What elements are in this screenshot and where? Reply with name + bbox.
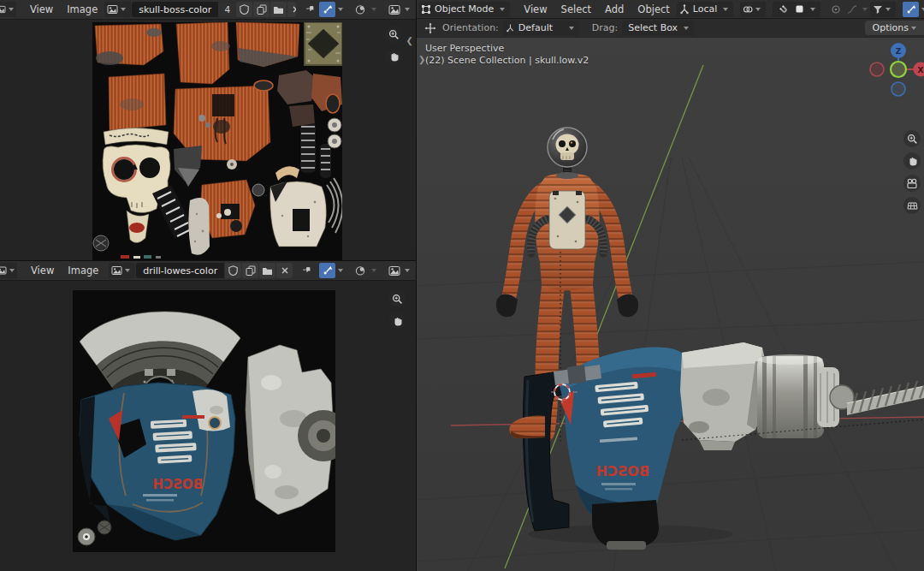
editor-type-button[interactable]: [0, 2, 16, 17]
pan-view-button[interactable]: [903, 152, 921, 170]
image-editor-icon: [0, 265, 7, 276]
drag-mode-dropdown[interactable]: Select Box: [622, 21, 694, 36]
browse-image-button[interactable]: [104, 2, 131, 17]
display-channels-button[interactable]: [386, 2, 402, 17]
close-icon: [281, 266, 289, 275]
gizmo-arrow-icon: [323, 265, 333, 276]
magnifier-icon: [907, 134, 918, 145]
gizmo-z-neg-axis[interactable]: [891, 82, 905, 96]
close-icon: [292, 5, 296, 14]
drill-texture-canvas[interactable]: BOSCH: [73, 290, 335, 552]
editor-type-button[interactable]: [0, 263, 17, 278]
menu-image[interactable]: Image: [60, 3, 104, 16]
gizmos-toggle[interactable]: [319, 2, 335, 17]
overlays-toggle[interactable]: [352, 263, 369, 278]
menu-view[interactable]: View: [517, 3, 554, 16]
snap-toggle[interactable]: [775, 2, 791, 17]
viewport-canvas[interactable]: BOSCH: [417, 38, 924, 571]
image-editor-icon: [0, 4, 6, 15]
grid-icon: [907, 200, 918, 211]
menu-object[interactable]: Object: [631, 3, 676, 16]
browse-image-chevron: [125, 269, 130, 272]
gizmo-x-neg-axis[interactable]: [870, 62, 884, 76]
pan-tool-button[interactable]: [385, 48, 402, 65]
display-channels-chevron[interactable]: [405, 8, 410, 11]
orientation-axes-icon: [679, 4, 690, 15]
camera-view-button[interactable]: [903, 175, 921, 192]
navigation-gizmo[interactable]: Z X: [864, 38, 924, 103]
fake-user-shield-button[interactable]: [225, 263, 241, 278]
overlays-chevron[interactable]: [371, 8, 376, 11]
menu-select[interactable]: Select: [554, 3, 598, 16]
falloff-chevron[interactable]: [862, 8, 868, 11]
editor-type-chevron: [9, 8, 14, 11]
transform-orientation-dropdown[interactable]: Local: [677, 2, 734, 17]
options-button[interactable]: Options: [865, 21, 924, 35]
svg-text:X: X: [918, 66, 924, 74]
mode-chevron: [500, 8, 505, 11]
gizmos-chevron[interactable]: [338, 269, 343, 272]
visibility-dropdown[interactable]: [870, 2, 896, 17]
camera-icon: [906, 178, 918, 189]
tool-orientation-dropdown[interactable]: Default: [503, 21, 579, 36]
fake-user-shield-button[interactable]: [236, 2, 252, 17]
pin-icon: [302, 265, 313, 277]
orthographic-toggle-button[interactable]: [903, 197, 921, 214]
menu-add[interactable]: Add: [598, 3, 631, 16]
drag-label: Drag:: [588, 22, 622, 33]
unlink-image-button[interactable]: [287, 2, 296, 17]
skull-texture-canvas[interactable]: [92, 22, 342, 260]
overlays-toggle[interactable]: [352, 2, 369, 17]
bosch-logo-mirrored: BOSCH: [596, 463, 649, 479]
gizmos-toggle[interactable]: [319, 263, 335, 278]
magnifier-icon: [388, 29, 400, 40]
proportional-editing-toggle[interactable]: [827, 2, 844, 17]
image-name-field[interactable]: drill-lowes-color: [136, 263, 224, 278]
menu-view[interactable]: View: [23, 3, 60, 16]
new-image-button[interactable]: [242, 263, 258, 278]
open-image-button[interactable]: [259, 263, 275, 278]
image-users-count-button[interactable]: 4: [219, 2, 235, 17]
pivot-point-dropdown[interactable]: [740, 2, 766, 17]
pan-tool-button[interactable]: [388, 312, 406, 330]
gizmo-y-axis-active[interactable]: [891, 62, 906, 77]
display-channels-icon: [388, 265, 400, 277]
snap-target-face[interactable]: [791, 2, 808, 17]
unlink-image-button[interactable]: [276, 263, 293, 278]
image-editor-top: View Image skull-boss-color 4: [0, 0, 416, 260]
shield-icon: [228, 265, 238, 276]
view-perspective-label: User Perspective: [425, 43, 589, 55]
tool-orientation-chevron: [569, 27, 574, 30]
menu-image[interactable]: Image: [61, 264, 105, 277]
browse-image-chevron: [121, 8, 126, 11]
active-object-breadcrumb: (22) Scene Collection | skull.low.v2: [425, 55, 589, 67]
pin-image-button[interactable]: [303, 2, 319, 17]
gizmos-toggle[interactable]: [903, 2, 919, 17]
proportional-falloff-dropdown[interactable]: [844, 2, 860, 17]
folder-icon: [262, 266, 273, 276]
new-image-button[interactable]: [253, 2, 270, 17]
gizmos-chevron[interactable]: [338, 8, 343, 11]
browse-image-button[interactable]: [109, 263, 135, 278]
snap-face-icon: [795, 4, 804, 14]
zoom-tool-button[interactable]: [388, 290, 406, 307]
toolbar-expand-arrow[interactable]: ❯: [418, 55, 425, 64]
image-editor-bottom-header: View Image drill-lowes-color: [0, 261, 416, 281]
image-name-field[interactable]: skull-boss-color: [132, 2, 218, 17]
display-channels-chevron[interactable]: [405, 269, 410, 272]
snap-chevron[interactable]: [810, 8, 815, 11]
magnet-icon: [779, 4, 789, 15]
move-tool-icon-button[interactable]: [422, 21, 438, 36]
object-mode-icon: [421, 4, 431, 15]
zoom-tool-button[interactable]: [385, 26, 402, 43]
sidebar-collapse-arrow[interactable]: ❮: [406, 36, 413, 45]
display-channels-button[interactable]: [386, 263, 402, 278]
shield-icon: [240, 4, 249, 15]
mode-dropdown[interactable]: Object Mode: [418, 2, 510, 17]
overlays-chevron[interactable]: [371, 269, 376, 272]
menu-view[interactable]: View: [24, 264, 61, 277]
pin-image-button[interactable]: [299, 263, 316, 278]
drag-mode-chevron: [684, 27, 689, 30]
zoom-view-button[interactable]: [903, 130, 921, 147]
open-image-button[interactable]: [270, 2, 287, 17]
